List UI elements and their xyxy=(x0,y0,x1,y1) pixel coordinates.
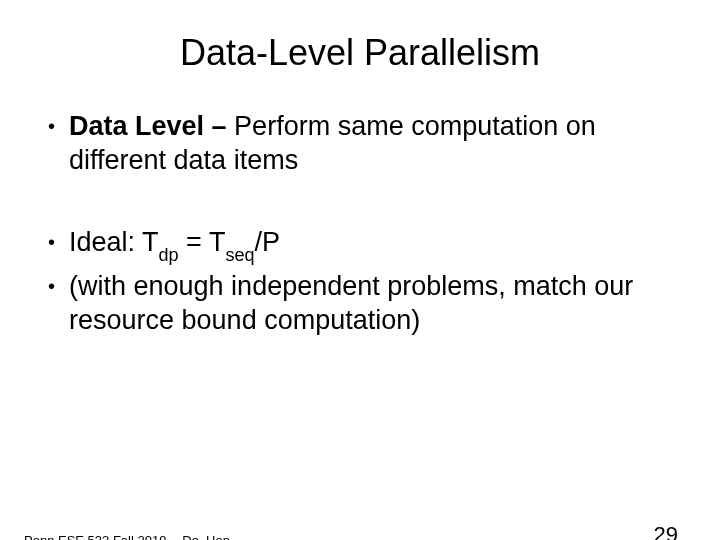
formula-mid: = T xyxy=(179,227,226,257)
bullet-dot-icon: • xyxy=(48,114,55,139)
slide-title: Data-Level Parallelism xyxy=(0,32,720,74)
content-area: • Data Level – Perform same computation … xyxy=(0,110,720,338)
bullet-dot-icon: • xyxy=(48,230,55,255)
slide: Data-Level Parallelism • Data Level – Pe… xyxy=(0,32,720,540)
formula-sub-dp: dp xyxy=(159,245,179,265)
bullet-item: • Data Level – Perform same computation … xyxy=(48,110,680,178)
bullet-item: • Ideal: Tdp = Tseq/P xyxy=(48,226,680,263)
bullet-bold: Data Level – xyxy=(69,111,234,141)
bullet-text: (with enough independent problems, match… xyxy=(69,270,680,338)
bullet-item: • (with enough independent problems, mat… xyxy=(48,270,680,338)
bullet-text: Data Level – Perform same computation on… xyxy=(69,110,680,178)
spacer xyxy=(48,186,680,226)
footer-text: Penn ESE 532 Fall 2019 -- De. Hon xyxy=(24,533,230,540)
formula-pre: Ideal: T xyxy=(69,227,159,257)
formula-post: /P xyxy=(254,227,280,257)
bullet-dot-icon: • xyxy=(48,274,55,299)
page-number: 29 xyxy=(654,522,678,540)
bullet-text: Ideal: Tdp = Tseq/P xyxy=(69,226,680,263)
formula-sub-seq: seq xyxy=(225,245,254,265)
